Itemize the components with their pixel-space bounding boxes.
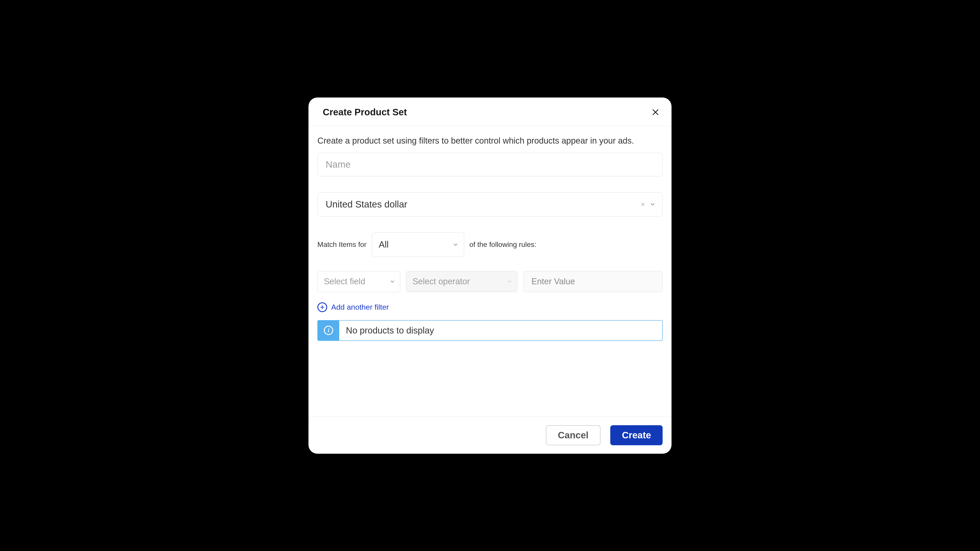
- info-icon: i: [324, 326, 333, 335]
- filter-row: Select field Select operator: [317, 271, 663, 292]
- chevron-down-icon: [650, 202, 655, 207]
- close-icon: [651, 108, 660, 116]
- filter-value-input[interactable]: [523, 271, 663, 292]
- create-button[interactable]: Create: [610, 425, 663, 445]
- x-icon: [640, 202, 646, 207]
- match-suffix-label: of the following rules:: [469, 240, 536, 249]
- currency-row: United States dollar: [317, 192, 663, 216]
- info-message: No products to display: [339, 321, 662, 340]
- match-chevron: [452, 241, 458, 248]
- chevron-down-icon: [390, 279, 395, 284]
- filter-field-placeholder: Select field: [324, 277, 365, 286]
- currency-select-icons: [640, 201, 656, 208]
- filter-operator-select[interactable]: Select operator: [406, 271, 517, 292]
- filter-operator-placeholder: Select operator: [412, 277, 470, 286]
- chevron-down-icon: [507, 279, 512, 284]
- chevron-down-icon: [453, 242, 458, 248]
- dialog-footer: Cancel Create: [309, 416, 671, 454]
- match-row: Match Items for All of the following rul…: [317, 232, 663, 257]
- cancel-button[interactable]: Cancel: [546, 425, 601, 445]
- clear-currency-button[interactable]: [640, 201, 646, 208]
- add-filter-label: Add another filter: [331, 303, 389, 311]
- currency-chevron: [649, 201, 656, 208]
- match-prefix-label: Match Items for: [317, 240, 367, 249]
- currency-value: United States dollar: [326, 199, 407, 210]
- filter-operator-chevron: [506, 278, 513, 285]
- dialog-body: Create a product set using filters to be…: [309, 126, 671, 416]
- dialog-description: Create a product set using filters to be…: [317, 136, 663, 146]
- info-banner: i No products to display: [317, 320, 663, 341]
- add-filter-button[interactable]: Add another filter: [317, 302, 663, 312]
- filter-field-chevron: [389, 278, 396, 285]
- match-select-value: All: [379, 240, 389, 249]
- dialog-header: Create Product Set: [309, 97, 671, 126]
- dialog-title: Create Product Set: [323, 107, 407, 118]
- name-input[interactable]: [317, 153, 663, 176]
- match-select[interactable]: All: [372, 232, 464, 257]
- plus-circle-icon: [317, 302, 327, 312]
- create-product-set-dialog: Create Product Set Create a product set …: [309, 97, 671, 454]
- close-button[interactable]: [649, 106, 662, 118]
- filter-field-select[interactable]: Select field: [317, 271, 400, 292]
- currency-select[interactable]: United States dollar: [317, 192, 663, 216]
- info-icon-box: i: [318, 321, 339, 340]
